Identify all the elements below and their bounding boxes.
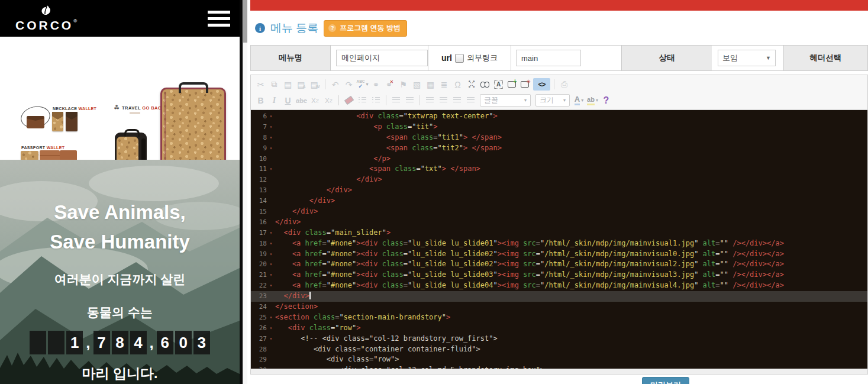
find-icon[interactable]	[479, 78, 491, 91]
superscript-icon[interactable]: X2	[322, 94, 335, 107]
code-line-10[interactable]: 10</p>	[251, 154, 867, 164]
code-line-24[interactable]: 24</section>	[251, 302, 867, 312]
source-icon[interactable]: <>	[533, 78, 550, 91]
code-line-14[interactable]: 14</div>	[251, 196, 867, 206]
link-icon[interactable]: ⚭	[370, 78, 382, 91]
special-char-icon[interactable]: Ω	[451, 78, 464, 91]
fold-arrow-icon[interactable]: ▾	[267, 133, 275, 143]
outdent-icon[interactable]	[390, 94, 402, 107]
counter-digit: 0	[175, 331, 192, 354]
page-header: i 메뉴 등록 ? 프로그램 연동 방법	[247, 11, 868, 45]
status-select[interactable]: 보임▼	[718, 50, 776, 66]
paste-icon[interactable]: ▤	[282, 78, 294, 91]
cut-icon[interactable]: ✂	[254, 78, 267, 91]
undo-icon[interactable]: ↶	[329, 78, 341, 91]
preview-button[interactable]: 미리보기	[642, 377, 689, 384]
align-justify-icon[interactable]	[464, 94, 477, 107]
code-line-19[interactable]: 19▾<a href="#none"><div class="lu_slide …	[251, 249, 867, 260]
align-right-icon[interactable]	[451, 94, 463, 107]
bulleted-list-icon[interactable]	[370, 94, 382, 107]
counter-digit: 6	[157, 331, 173, 354]
remove-comment-icon[interactable]: ✳	[519, 78, 532, 91]
size-select[interactable]: 크기▾	[535, 94, 570, 107]
code-line-22[interactable]: 22▾<a href="#none"><div class="lu_slide …	[251, 280, 867, 291]
line-number: 19	[251, 249, 267, 260]
add-comment-icon[interactable]: +	[506, 78, 518, 91]
fold-arrow-icon[interactable]: ▾	[267, 280, 275, 291]
fold-arrow-icon[interactable]: ▾	[267, 228, 275, 238]
fold-arrow-icon[interactable]: ▾	[267, 249, 275, 260]
code-line-18[interactable]: 18▾<a href="#none"><div class="lu_slide …	[251, 238, 867, 249]
code-line-7[interactable]: 7▾<p class="tit">	[251, 122, 867, 133]
select-all-icon[interactable]: A	[492, 78, 505, 91]
image-icon[interactable]: ▧	[411, 78, 423, 91]
table-icon[interactable]: ▦	[424, 78, 437, 91]
fold-arrow-icon[interactable]: ▾	[267, 238, 275, 249]
code-line-29[interactable]: 29<div class="row">	[251, 354, 867, 365]
fold-arrow-icon[interactable]: ▾	[267, 164, 275, 175]
copy-icon[interactable]: ⧉	[268, 78, 280, 91]
remove-format-icon[interactable]	[343, 94, 355, 107]
code-line-9[interactable]: 9▾<span class="tit2"> </span>	[251, 143, 867, 154]
code-line-27[interactable]: 27▾<!-- <div class="col-12 brandstory_ro…	[251, 334, 867, 344]
horizontal-rule-icon[interactable]: ≣	[438, 78, 450, 91]
bg-color-icon[interactable]: ab▾	[586, 94, 599, 107]
fold-spacer	[267, 185, 275, 196]
underline-icon[interactable]: U	[282, 94, 294, 107]
site-header: CORCO®	[0, 0, 240, 37]
code-line-21[interactable]: 21▾<a href="#none"><div class="lu_slide …	[251, 270, 867, 280]
fold-arrow-icon[interactable]: ▾	[267, 122, 275, 133]
fold-arrow-icon[interactable]: ▾	[267, 111, 275, 122]
code-line-23[interactable]: 23</div>	[251, 291, 867, 302]
code-line-6[interactable]: 6▾<div class="txtwrap text-center">	[251, 111, 867, 122]
code-line-25[interactable]: 25▾<section class="section-main-brandsto…	[251, 312, 867, 323]
toolbar-row-1: ✂⧉▤▤A▤W↶↷ABC✓▾⚭⚭✕⚑▧▦≣Ω↖↗↙↘A+✳<>⎙	[254, 76, 864, 92]
code-line-16[interactable]: 16</div>	[251, 217, 867, 228]
code-line-13[interactable]: 13</div>	[251, 185, 867, 196]
paste-word-icon[interactable]: ▤W	[309, 78, 321, 91]
strike-icon[interactable]: abc	[295, 94, 308, 107]
code-line-20[interactable]: 20▾<a href="#none"><div class="lu_slide …	[251, 259, 867, 270]
redo-icon[interactable]: ↷	[343, 78, 355, 91]
screen: CORCO® NECKLACE WALLET PASSPORT WALLET	[0, 0, 868, 384]
font-select[interactable]: 글꼴▾	[480, 94, 531, 107]
code-line-26[interactable]: 26▾<div class="row">	[251, 323, 867, 334]
fold-arrow-icon[interactable]: ▾	[267, 259, 275, 270]
about-icon[interactable]: ?	[600, 94, 612, 107]
fold-arrow-icon[interactable]: ▾	[267, 270, 275, 280]
external-link-checkbox[interactable]	[455, 54, 464, 63]
site-logo[interactable]: CORCO®	[15, 5, 77, 31]
code-line-11[interactable]: 11▾<span class="txt"> </span>	[251, 164, 867, 175]
spellcheck-icon[interactable]: ABC✓▾	[356, 78, 369, 91]
print-icon[interactable]: ⎙	[558, 78, 570, 91]
source-code-area[interactable]: 6▾<div class="txtwrap text-center">7▾<p …	[251, 110, 867, 369]
product-card-wallets	[52, 112, 78, 132]
indent-icon[interactable]	[404, 94, 416, 107]
unlink-icon[interactable]: ⚭✕	[383, 78, 396, 91]
product-necklace-wallet	[21, 107, 50, 133]
subscript-icon[interactable]: X2	[309, 94, 321, 107]
fold-arrow-icon[interactable]: ▾	[267, 143, 275, 154]
maximize-icon[interactable]: ↖↗↙↘	[465, 78, 477, 91]
text-color-icon[interactable]: A▾	[573, 94, 585, 107]
fold-arrow-icon[interactable]: ▾	[267, 323, 275, 334]
align-center-icon[interactable]	[437, 94, 450, 107]
code-line-15[interactable]: 15</div>	[251, 206, 867, 217]
program-link-help-button[interactable]: ? 프로그램 연동 방법	[324, 20, 407, 37]
menu-name-input[interactable]	[336, 50, 428, 66]
code-line-12[interactable]: 12</div>	[251, 175, 867, 185]
numbered-list-icon[interactable]	[356, 94, 369, 107]
code-line-28[interactable]: 28<div class="container container-fluid"…	[251, 344, 867, 355]
code-line-17[interactable]: 17▾<div class="main_slider">	[251, 228, 867, 238]
fold-arrow-icon[interactable]: ▾	[267, 312, 275, 323]
align-left-icon[interactable]	[424, 94, 436, 107]
menu-icon[interactable]	[208, 7, 230, 30]
code-line-8[interactable]: 8▾<span class="tit1"> </span>	[251, 133, 867, 143]
italic-icon[interactable]: I	[268, 94, 280, 107]
fold-arrow-icon[interactable]: ▾	[267, 334, 275, 344]
paste-text-icon[interactable]: ▤A	[295, 78, 308, 91]
anchor-icon[interactable]: ⚑	[397, 78, 409, 91]
bold-icon[interactable]: B	[254, 94, 267, 107]
url-input[interactable]	[516, 50, 581, 66]
counter-digit: 7	[93, 331, 110, 354]
